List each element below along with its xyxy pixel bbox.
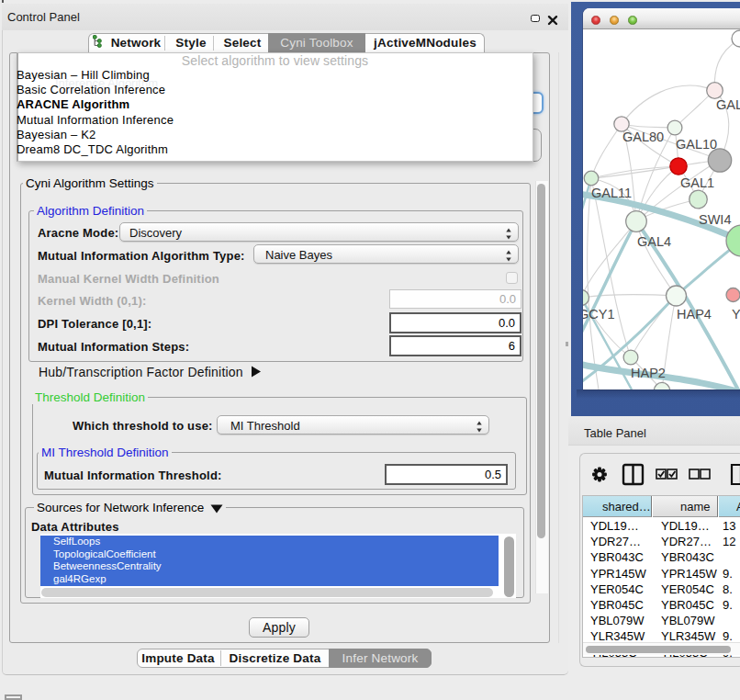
svg-text:GAL11: GAL11 — [591, 186, 632, 200]
svg-text:HAP2: HAP2 — [631, 366, 666, 380]
svg-text:SWI4: SWI4 — [699, 212, 731, 227]
svg-text:GAL1: GAL1 — [680, 175, 714, 190]
svg-text:GAL10: GAL10 — [676, 137, 717, 152]
svg-text:GAL: GAL — [716, 97, 740, 112]
svg-text:GAL4: GAL4 — [637, 234, 671, 249]
svg-text:HAP4: HAP4 — [677, 307, 712, 322]
svg-text:GAL80: GAL80 — [622, 130, 664, 144]
svg-text:GCY1: GCY1 — [583, 307, 615, 322]
svg-text:Y: Y — [732, 307, 740, 322]
